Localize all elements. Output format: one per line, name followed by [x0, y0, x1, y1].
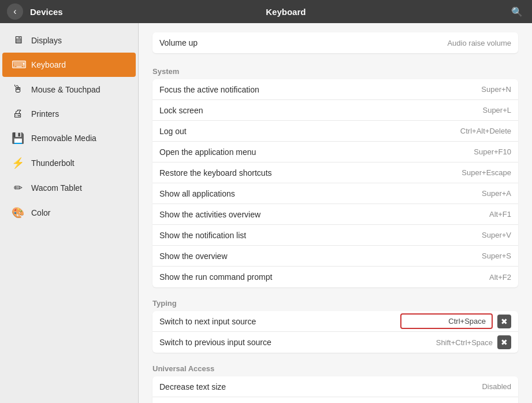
delete-shortcut-button[interactable]: ✖ — [497, 315, 511, 328]
shortcut-key: Super+Escape — [419, 168, 511, 177]
shortcut-name: Log out — [159, 122, 419, 141]
shortcut-table: Focus the active notificationSuper+NLock… — [152, 79, 518, 287]
shortcut-name: Switch to previous input source — [159, 333, 400, 352]
shortcut-name: Open the application menu — [159, 143, 419, 161]
shortcut-key: Super+A — [419, 189, 511, 198]
shortcut-key: Alt+F2 — [419, 273, 511, 282]
shortcut-name: Switch to next input source — [159, 312, 400, 331]
shortcut-name: Lock screen — [159, 101, 419, 120]
shortcut-key: Super+S — [419, 252, 511, 260]
shortcut-name: Show the activities overview — [159, 205, 419, 224]
sidebar-item-printers[interactable]: 🖨 Printers — [2, 102, 136, 125]
table-row: Lock screenSuper+L — [152, 100, 518, 121]
shortcut-table: Decrease text sizeDisabledHigh contrast … — [152, 376, 518, 403]
shortcut-name: High contrast on or off — [159, 398, 419, 404]
sidebar-item-color[interactable]: 🎨 Color — [2, 201, 136, 225]
sidebar-item-keyboard[interactable]: ⌨ Keyboard — [2, 53, 136, 77]
sidebar-item-removable[interactable]: 💾 Removable Media — [2, 126, 136, 150]
thunderbolt-icon: ⚡ — [12, 157, 24, 169]
mouse-icon: 🖱 — [12, 83, 24, 95]
printers-icon: 🖨 — [12, 108, 24, 120]
sidebar-item-wacom[interactable]: ✏ Wacom Tablet — [2, 176, 136, 200]
sidebar-item-label: Printers — [31, 109, 59, 119]
shortcut-name: Show the overview — [159, 247, 419, 265]
shortcut-key: Ctrl+Space — [400, 313, 493, 329]
shortcut-name: Focus the active notification — [159, 80, 419, 99]
shortcut-name: Volume up — [159, 34, 419, 52]
wacom-icon: ✏ — [12, 182, 24, 194]
titlebar-section: Devices — [30, 7, 63, 17]
shortcut-key: Alt+F1 — [419, 210, 511, 219]
content-inner: Volume up Audio raise volume SystemFocus… — [139, 23, 532, 403]
table-row: Switch to previous input sourceShift+Ctr… — [152, 332, 518, 353]
search-icon: 🔍 — [511, 6, 523, 17]
sidebar-item-label: Thunderbolt — [31, 158, 75, 168]
shortcut-key: Audio raise volume — [419, 39, 511, 47]
shortcut-name: Show all applications — [159, 184, 419, 203]
keyboard-icon: ⌨ — [12, 58, 24, 71]
titlebar-title: Keyboard — [266, 7, 306, 17]
volume-section: Volume up Audio raise volume — [152, 32, 518, 53]
shortcut-key: Shift+Ctrl+Space — [400, 338, 493, 347]
table-row: Focus the active notificationSuper+N — [152, 79, 518, 100]
table-row: Decrease text sizeDisabled — [152, 376, 518, 397]
shortcut-key: Super+L — [419, 106, 511, 114]
shortcut-name: Show the run command prompt — [159, 268, 419, 286]
sidebar-item-displays[interactable]: 🖥 Displays — [2, 28, 136, 52]
table-row: Open the application menuSuper+F10 — [152, 142, 518, 162]
table-row: Show the overviewSuper+S — [152, 246, 518, 267]
section-header: Universal Access — [152, 355, 518, 376]
table-row: Show the run command promptAlt+F2 — [152, 267, 518, 287]
table-row: Volume up Audio raise volume — [152, 32, 518, 53]
back-button[interactable]: ‹ — [7, 3, 23, 20]
shortcut-table: Switch to next input sourceCtrl+Space✖Sw… — [152, 311, 518, 353]
shortcut-name: Show the notification list — [159, 226, 419, 245]
delete-shortcut-button[interactable]: ✖ — [497, 335, 511, 349]
shortcut-key: Disabled — [419, 382, 511, 391]
table-row: High contrast on or offDisabled — [152, 397, 518, 403]
table-row: Restore the keyboard shortcutsSuper+Esca… — [152, 162, 518, 183]
removable-icon: 💾 — [12, 132, 24, 145]
sidebar-item-mouse[interactable]: 🖱 Mouse & Touchpad — [2, 77, 136, 101]
color-icon: 🎨 — [12, 206, 24, 219]
shortcut-name: Decrease text size — [159, 378, 419, 396]
shortcut-name: Restore the keyboard shortcuts — [159, 164, 419, 182]
sidebar-item-label: Displays — [31, 36, 62, 45]
table-row: Switch to next input sourceCtrl+Space✖ — [152, 311, 518, 332]
displays-icon: 🖥 — [12, 34, 24, 46]
content-area: Volume up Audio raise volume SystemFocus… — [139, 23, 532, 403]
sections-container: SystemFocus the active notificationSuper… — [152, 58, 518, 403]
sidebar-item-thunderbolt[interactable]: ⚡ Thunderbolt — [2, 151, 136, 175]
table-row: Log outCtrl+Alt+Delete — [152, 121, 518, 142]
table-row: Show all applicationsSuper+A — [152, 183, 518, 204]
shortcut-key: Super+N — [419, 85, 511, 94]
shortcut-key: Super+V — [419, 231, 511, 239]
sidebar-item-label: Removable Media — [31, 134, 96, 143]
search-button[interactable]: 🔍 — [509, 3, 525, 20]
section-header: Typing — [152, 290, 518, 311]
sidebar-item-label: Color — [31, 208, 50, 217]
table-row: Show the notification listSuper+V — [152, 225, 518, 246]
titlebar: ‹ Devices Keyboard 🔍 — [0, 0, 532, 23]
main-layout: 🖥 Displays ⌨ Keyboard 🖱 Mouse & Touchpad… — [0, 23, 532, 403]
sidebar-item-label: Mouse & Touchpad — [31, 85, 101, 94]
sidebar-item-label: Keyboard — [31, 60, 66, 69]
section-header: System — [152, 58, 518, 79]
table-row: Show the activities overviewAlt+F1 — [152, 204, 518, 225]
sidebar: 🖥 Displays ⌨ Keyboard 🖱 Mouse & Touchpad… — [0, 23, 139, 403]
shortcut-key: Ctrl+Alt+Delete — [419, 127, 511, 135]
shortcut-key: Super+F10 — [419, 147, 511, 156]
sidebar-item-label: Wacom Tablet — [31, 183, 82, 193]
